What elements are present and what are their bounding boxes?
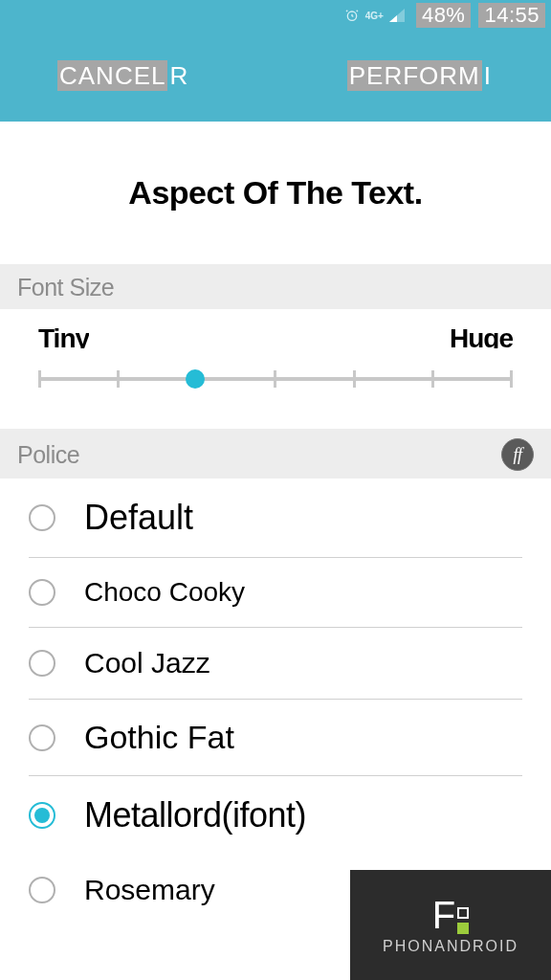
radio-icon-selected	[29, 802, 55, 829]
font-name-label: Metallord(ifont)	[84, 795, 306, 835]
slider-tick	[431, 370, 434, 388]
cancel-label-main: CANCEL	[57, 60, 167, 91]
police-label: Police	[17, 441, 79, 469]
font-item-metallord[interactable]: Metallord(ifont)	[29, 776, 522, 855]
alarm-icon	[344, 8, 360, 23]
battery-percentage: 48%	[416, 3, 472, 28]
watermark-boxes	[457, 907, 469, 934]
slider-track	[38, 377, 513, 381]
slider-tick	[38, 370, 41, 388]
radio-icon	[29, 504, 55, 531]
police-section-header: Police ff	[0, 429, 551, 479]
cancel-button[interactable]: CANCELR	[57, 61, 190, 91]
watermark-box-green	[457, 923, 469, 934]
font-name-label: Default	[84, 498, 193, 538]
perform-label-tail: I	[482, 60, 494, 91]
radio-icon	[29, 877, 55, 903]
slider-min-label: Tiny	[38, 323, 89, 348]
font-item-cool-jazz[interactable]: Cool Jazz	[29, 628, 522, 700]
network-4g-icon: 4G+	[365, 11, 384, 21]
slider-thumb[interactable]	[186, 369, 205, 389]
status-time: 14:55	[478, 3, 545, 28]
font-item-default[interactable]: Default	[29, 479, 522, 558]
radio-icon	[29, 650, 55, 677]
font-name-label: Rosemary	[84, 874, 215, 906]
font-size-label: Font Size	[17, 274, 114, 301]
slider-ticks	[38, 370, 513, 388]
watermark-text: PHONANDROID	[383, 938, 518, 955]
slider-max-label: Huge	[450, 323, 513, 348]
font-size-section: Tiny Huge	[0, 309, 551, 429]
watermark: F PHONANDROID	[350, 870, 551, 980]
slider-tick	[274, 370, 276, 388]
font-name-label: Gothic Fat	[84, 719, 234, 756]
slider-tick	[510, 370, 513, 388]
font-item-choco-cooky[interactable]: Choco Cooky	[29, 558, 522, 628]
radio-icon	[29, 724, 55, 751]
slider-tick	[353, 370, 356, 388]
font-size-slider[interactable]	[0, 348, 551, 429]
font-size-section-header: Font Size	[0, 264, 551, 309]
watermark-f-icon: F	[432, 896, 455, 934]
font-item-gothic-fat[interactable]: Gothic Fat	[29, 700, 522, 776]
watermark-logo: F	[432, 896, 469, 934]
font-store-icon[interactable]: ff	[501, 438, 534, 471]
status-icons: 4G+	[344, 8, 405, 23]
radio-icon	[29, 579, 55, 606]
preview-text: Aspect Of The Text.	[0, 122, 551, 264]
perform-button[interactable]: PERFORMI	[347, 61, 494, 91]
perform-label-main: PERFORM	[347, 60, 482, 91]
slider-labels: Tiny Huge	[0, 309, 551, 348]
watermark-box-white	[457, 907, 469, 919]
cancel-label-tail: R	[167, 60, 190, 91]
header-toolbar: CANCELR PERFORMI	[0, 31, 551, 122]
font-name-label: Choco Cooky	[84, 577, 245, 608]
slider-tick	[117, 370, 120, 388]
font-name-label: Cool Jazz	[84, 647, 210, 679]
signal-icon	[389, 9, 405, 22]
status-bar: 4G+ 48% 14:55	[0, 0, 551, 31]
